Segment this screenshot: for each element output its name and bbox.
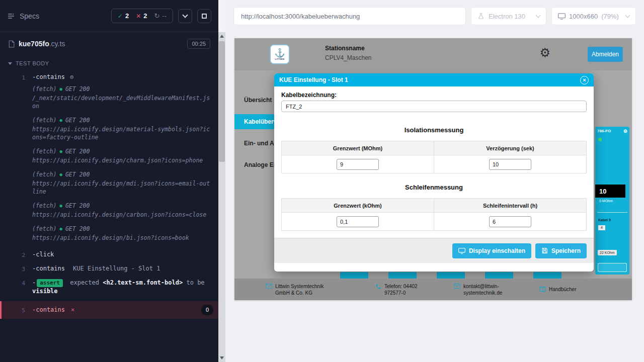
gear-icon[interactable]: ⚙	[623, 129, 627, 134]
scrollbar-track[interactable]	[218, 32, 225, 362]
command-row-click[interactable]: 2 -click	[0, 248, 218, 262]
specs-menu[interactable]: Specs	[7, 12, 39, 20]
logo-text: LITTWIN	[275, 58, 284, 60]
chevron-down-icon	[536, 13, 541, 18]
assert-word: to	[186, 279, 193, 286]
viewport-zoom: (79%)	[601, 13, 619, 20]
measurement-display: 10	[595, 185, 625, 198]
spec-file-icon	[8, 40, 15, 48]
logout-button[interactable]: Abmelden	[588, 47, 623, 62]
card-button-partial[interactable]	[485, 272, 513, 279]
cable-label: Kabel 5	[598, 218, 611, 222]
iso-limit-input[interactable]	[337, 159, 379, 170]
stat-passed: ✓ 2	[118, 12, 129, 20]
status-dot-icon: ●	[59, 170, 62, 178]
fetch-head: (fetch) ● GET 200	[32, 147, 211, 155]
mail-icon	[266, 284, 272, 289]
card-button-partial[interactable]	[388, 272, 417, 279]
status-dot-icon: ●	[59, 225, 62, 233]
reporter-panel: Specs ✓ 2 ✕ 2 ↻ -- kue705fo	[0, 0, 218, 362]
fetch-log-entry[interactable]: (fetch) ● GET 200 https://api.iconify.de…	[32, 202, 211, 219]
slot-card-header: 786-FO ⚙	[597, 129, 627, 134]
collapse-button[interactable]	[178, 9, 192, 23]
card-button-partial[interactable]	[598, 263, 627, 272]
specs-list-icon	[7, 12, 15, 20]
isolation-section-title: Isolationsmessung	[281, 126, 587, 134]
stop-button[interactable]	[197, 9, 211, 23]
fetch-log-entry[interactable]: (fetch) ● GET 200 https://api.iconify.de…	[32, 147, 211, 164]
chevron-down-icon	[182, 12, 188, 18]
arrow-down-icon	[220, 356, 224, 359]
command-name: -contains	[32, 73, 65, 81]
stop-icon	[202, 14, 207, 19]
fetch-log-entry[interactable]: (fetch) ● GET 200 https://api.iconify.de…	[32, 170, 211, 196]
fetch-head: (fetch) ● GET 200	[32, 85, 211, 93]
status-dot-icon: ●	[59, 85, 62, 93]
specs-label: Specs	[20, 12, 39, 20]
pending-count: --	[162, 12, 167, 20]
loop-table: Grenzwert (kOhm) Schleifenintervall (h)	[281, 198, 587, 231]
settings-gear-icon[interactable]: ⚙	[539, 47, 550, 59]
fetch-log-entry[interactable]: (fetch) ● GET 200 https://api.iconify.de…	[32, 225, 211, 242]
loop-limit-input[interactable]	[337, 216, 379, 227]
fetch-label: (fetch)	[32, 116, 56, 124]
command-row-contains-failed[interactable]: 5 -contains × 0	[0, 301, 218, 319]
test-body-toggle[interactable]: TEST BODY	[0, 55, 218, 70]
company-name: Littwin Systemtechnik GmbH & Co. KG	[275, 283, 336, 296]
url-bar[interactable]: http://localhost:3000/kabelueberwachung	[233, 7, 466, 25]
fetch-log-entry[interactable]: (fetch) ● GET 200 https://api.iconify.de…	[32, 116, 211, 141]
command-row-contains-1[interactable]: 1 -contains ⚙	[0, 70, 218, 84]
failed-icon: ×	[71, 306, 74, 314]
line-number: 1	[8, 73, 25, 82]
kue-settings-modal: KUE Einstellung - Slot 1 × Kabelbezeichn…	[274, 73, 594, 272]
display-on-button[interactable]: Display einschalten	[452, 243, 531, 258]
fetch-url: /_next/static/development/_devMiddleware…	[32, 94, 211, 110]
close-icon[interactable]: ×	[580, 76, 589, 84]
reporter-scrollbar[interactable]	[218, 0, 225, 362]
station-value: CPLV4_Maschen	[325, 54, 372, 61]
card-button-partial[interactable]	[533, 272, 561, 279]
command-row-contains-2[interactable]: 3 -contains KUE Einstellung - Slot 1	[0, 262, 218, 276]
mail-icon	[454, 284, 460, 289]
line-number: 5	[8, 306, 25, 315]
fetch-log-entry[interactable]: (fetch) ● GET 200 /_next/static/developm…	[32, 85, 211, 110]
iso-delay-input[interactable]	[489, 159, 531, 170]
modal-body: Kabelbezeichnung: Isolationsmessung Gren…	[274, 86, 594, 231]
scroll-down-button[interactable]	[218, 354, 225, 362]
app-viewport: ⚓ LITTWIN Stationsname CPLV4_Maschen ⚙ A…	[234, 38, 632, 300]
failed-icon: ✕	[136, 13, 141, 20]
assert-chip: assert	[37, 279, 63, 287]
company-logo: ⚓ LITTWIN	[270, 44, 290, 64]
spec-name: kue705fo.cy.ts	[19, 40, 65, 48]
chevron-down-icon	[8, 62, 12, 65]
cable-name-input[interactable]	[281, 101, 587, 112]
command-row-assert[interactable]: 4 -assert expected <h2.text-sm.font-bold…	[0, 276, 218, 298]
anchor-icon: ⚓	[274, 49, 285, 57]
save-button[interactable]: Speichern	[535, 243, 587, 258]
viewport-selector[interactable]: 1000x660 (79%)	[551, 7, 636, 25]
command-name: -contains	[32, 306, 65, 314]
spec-header[interactable]: kue705fo.cy.ts 00:25	[0, 32, 218, 55]
fetch-head: (fetch) ● GET 200	[32, 202, 211, 210]
scrollbar-thumb[interactable]	[219, 41, 225, 162]
card-button-partial[interactable]	[340, 272, 368, 279]
scroll-up-button[interactable]	[218, 32, 225, 40]
stage-toolbar: http://localhost:3000/kabelueberwachung …	[225, 0, 644, 32]
fetch-label: (fetch)	[32, 147, 56, 155]
assert-message: -assert expected <h2.text-sm.font-bold> …	[32, 279, 213, 296]
loop-interval-input[interactable]	[489, 216, 531, 227]
card-button-partial[interactable]	[437, 272, 465, 279]
fetch-status: GET 200	[65, 85, 90, 93]
gear-icon: ⚙	[70, 73, 73, 81]
line-number: 2	[8, 250, 25, 259]
browser-name: Electron 130	[489, 13, 525, 20]
save-label: Speichern	[551, 247, 581, 254]
footer-manuals[interactable]: Handbücher	[539, 286, 576, 293]
status-dot	[598, 138, 602, 141]
command-name: -	[32, 279, 36, 286]
test-stats[interactable]: ✓ 2 ✕ 2 ↻ --	[111, 9, 173, 23]
reporter-topbar: Specs ✓ 2 ✕ 2 ↻ --	[0, 0, 218, 32]
column-header: Schleifenintervall (h)	[434, 199, 587, 213]
assert-word: expected	[70, 279, 99, 286]
browser-selector[interactable]: Electron 130	[471, 7, 546, 25]
